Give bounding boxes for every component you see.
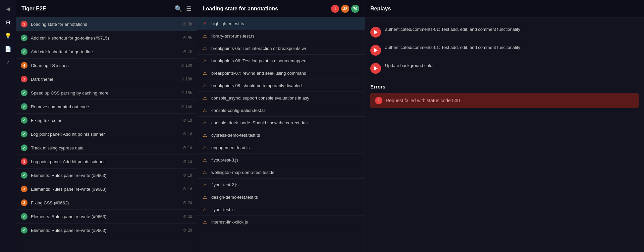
right-panel-title: Replays: [370, 6, 391, 12]
mid-item-text: interest-link-click.js: [211, 219, 360, 225]
mid-item[interactable]: ⚠ wellington-map-demo-test.test.ts: [197, 166, 365, 179]
mid-item-text: breakpoints-08: should be temporarily di…: [211, 83, 360, 88]
replay-item[interactable]: Update background color: [370, 59, 639, 77]
clock-icon: ⏱: [183, 132, 186, 136]
mid-item[interactable]: ⚠ console_async: support console evaluat…: [197, 92, 365, 104]
list-item[interactable]: 4 Clean up TS issues ⏱ 10h: [16, 59, 197, 72]
sidebar-check-button[interactable]: ✓: [2, 56, 14, 68]
mid-item[interactable]: ⚠ console-configuration.test.ts: [197, 104, 365, 117]
warn-icon: ⚠: [202, 169, 208, 175]
play-button[interactable]: [370, 63, 381, 74]
mid-item[interactable]: ✕ highlighter.test.ts: [197, 17, 365, 30]
mid-item[interactable]: ⚠ engagement-lead.js: [197, 141, 365, 154]
mid-item[interactable]: ⚠ breakpoints-06: Test log point in a so…: [197, 55, 365, 67]
replay-item[interactable]: authenticated/comments-01: Test add, edi…: [370, 23, 639, 41]
list-item[interactable]: ✓ Remove commented out code ⏱ 15h: [16, 100, 197, 114]
mid-item[interactable]: ⚠ library-test-runs.test.ts: [197, 30, 365, 42]
error-item[interactable]: 4 Request failed with status code 500: [370, 93, 639, 108]
item-text: Loading state for annotations: [31, 22, 179, 27]
mid-item[interactable]: ⚠ breakpoints-07: rewind and seek using …: [197, 67, 365, 79]
list-item[interactable]: 1 Log point panel: Add hit points spinne…: [16, 155, 197, 169]
list-item[interactable]: ✓ Fixing text color ⏱ 1d: [16, 114, 197, 127]
list-item[interactable]: ✓ Log point panel: Add hit points spinne…: [16, 127, 197, 141]
clock-icon: ⏱: [183, 201, 186, 205]
mid-item[interactable]: ⚠ flyout-test.js: [197, 203, 365, 216]
item-time: ⏱ 3h: [183, 22, 192, 26]
mid-item[interactable]: ⚠ flyout-test-2.js: [197, 179, 365, 191]
list-item[interactable]: 3 Elements: Rules panel re-write (#9663)…: [16, 182, 197, 196]
list-item[interactable]: ✓ Speed up CSS parsing by caching more ⏱…: [16, 86, 197, 100]
mid-item-text: flyout-test-3.js: [211, 158, 360, 163]
sidebar-back-button[interactable]: ◀: [2, 3, 14, 15]
warn-icon: ⚠: [202, 95, 208, 101]
play-icon: [374, 66, 378, 70]
item-time: ⏱ 1d: [183, 145, 192, 150]
mid-item-text: console_dock_node: Should show the corre…: [211, 120, 360, 125]
filter-icon[interactable]: ☰: [186, 5, 192, 12]
mid-item[interactable]: ⚠ breakpoints-08: should be temporarily …: [197, 79, 365, 92]
replay-text: authenticated/comments-01: Test add, edi…: [385, 44, 520, 51]
sidebar-doc-button[interactable]: 📄: [2, 43, 14, 55]
warn-icon: ⚠: [202, 107, 208, 113]
error-badge: 4: [375, 97, 382, 104]
badge-red: 1: [331, 5, 339, 13]
item-time: ⏱ 1d: [183, 187, 192, 191]
sidebar: ◀ ⊞ 💡 📄 ✓: [0, 0, 16, 252]
badge-green: 79: [351, 5, 359, 13]
clock-icon: ⏱: [183, 228, 186, 232]
item-badge: ✓: [21, 103, 28, 110]
item-time: ⏱ 2d: [183, 228, 192, 233]
item-time: ⏱ 2d: [183, 200, 192, 205]
list-item[interactable]: ✓ Add ctrl+k shortcut for go-to-line (#9…: [16, 31, 197, 45]
list-item[interactable]: ✓ Elements: Rules panel re-write (#9663)…: [16, 210, 197, 224]
item-badge: ✓: [21, 144, 28, 151]
item-time: ⏱ 10h: [180, 63, 192, 68]
warn-icon: ⚠: [202, 182, 208, 188]
list-item[interactable]: 3 Fixing CSS (#9662) ⏱ 2d: [16, 196, 197, 210]
list-item[interactable]: 1 Dark theme ⏱ 10h: [16, 72, 197, 86]
item-badge: ✓: [21, 89, 28, 96]
mid-item[interactable]: ⚠ interest-link-click.js: [197, 216, 365, 228]
list-item[interactable]: ✓ Elements: Rules panel re-write (#9663)…: [16, 224, 197, 237]
list-item[interactable]: ✓ Track missing cypress data ⏱ 1d: [16, 141, 197, 155]
item-text: Fixing CSS (#9662): [31, 200, 179, 205]
errors-title: Errors: [370, 84, 639, 89]
sidebar-grid-button[interactable]: ⊞: [2, 16, 14, 28]
item-badge: ✓: [21, 213, 28, 220]
middle-header-badges: 1 32 79: [331, 5, 359, 13]
item-time: ⏱ 15h: [180, 90, 192, 95]
item-text: Log point panel: Add hit points spinner: [31, 159, 179, 164]
warn-icon: ⚠: [202, 206, 208, 212]
play-button[interactable]: [370, 27, 381, 38]
item-text: Fixing text color: [31, 118, 179, 123]
sidebar-bulb-button[interactable]: 💡: [2, 29, 14, 42]
mid-item[interactable]: ⚠ console_dock_node: Should show the cor…: [197, 117, 365, 129]
search-icon[interactable]: 🔍: [175, 5, 182, 12]
list-item[interactable]: ✓ Elements: Rules panel re-write (#9663)…: [16, 169, 197, 182]
item-time: ⏱ 1d: [183, 159, 192, 164]
list-item[interactable]: 1 Loading state for annotations ⏱ 3h: [16, 17, 197, 31]
bulb-icon: 💡: [5, 33, 11, 39]
item-text: Track missing cypress data: [31, 145, 179, 150]
check-icon: ✓: [6, 59, 10, 66]
mid-item-text: cypress-demo-test.test.ts: [211, 133, 360, 138]
replay-item[interactable]: authenticated/comments-01: Test add, edi…: [370, 41, 639, 59]
mid-item[interactable]: ⚠ cypress-demo-test.test.ts: [197, 129, 365, 141]
errors-section: Errors 4 Request failed with status code…: [370, 84, 639, 108]
mid-item[interactable]: ⚠ flyout-test-3.js: [197, 154, 365, 166]
item-badge: ✓: [21, 117, 28, 124]
mid-item[interactable]: ⚠ breakpoints-05: Test interaction of br…: [197, 42, 365, 55]
play-button[interactable]: [370, 45, 381, 56]
list-item[interactable]: ✓ Add ctrl+k shortcut for go-to-line ⏱ 7…: [16, 45, 197, 59]
clock-icon: ⏱: [183, 50, 186, 54]
replay-text: authenticated/comments-01: Test add, edi…: [385, 26, 520, 33]
left-panel: Tiger E2E 🔍 ☰ 1 Loading state for annota…: [16, 0, 197, 252]
mid-item[interactable]: ⚠ design-demo-test.test.ts: [197, 191, 365, 203]
error-text: Request failed with status code 500: [386, 98, 460, 103]
mid-item-text: console_async: support console evaluatio…: [211, 96, 360, 101]
clock-icon: ⏱: [183, 146, 186, 150]
item-time: ⏱ 1d: [183, 173, 192, 178]
item-time: ⏱ 7h: [183, 49, 192, 54]
warn-icon: ⚠: [202, 45, 208, 51]
item-text: Add ctrl+k shortcut for go-to-line (#971…: [31, 36, 179, 41]
